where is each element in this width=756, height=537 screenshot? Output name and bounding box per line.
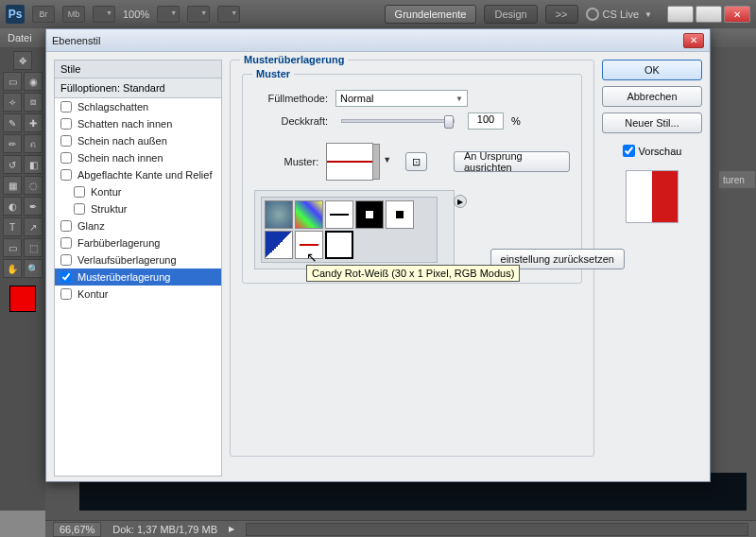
cs-live-button[interactable]: CS Live▼ (586, 8, 652, 21)
style-label: Kontur (77, 288, 108, 300)
view-dropdown-1[interactable] (157, 6, 180, 23)
style-checkbox[interactable] (74, 203, 85, 215)
move-tool[interactable]: ✥ (13, 51, 32, 70)
eraser-tool[interactable]: ◧ (24, 155, 43, 174)
style-item[interactable]: Verlaufsüberlagerung (55, 251, 221, 268)
layer-style-dialog: Ebenenstil ✕ Stile Fülloptionen: Standar… (45, 28, 711, 482)
brush-tool[interactable]: ✏ (3, 134, 22, 153)
minimize-button[interactable]: — (667, 6, 694, 23)
right-panel-tab[interactable]: turen (718, 170, 756, 189)
pattern-thumb[interactable] (355, 200, 384, 229)
close-button[interactable]: ✕ (724, 6, 750, 23)
style-checkbox[interactable] (60, 101, 72, 113)
shape-tool[interactable]: ▭ (3, 238, 22, 257)
style-checkbox[interactable] (60, 220, 72, 232)
status-bar: 66,67% Dok: 1,37 MB/1,79 MB ▶ (45, 520, 756, 537)
marquee-tool[interactable]: ▭ (3, 72, 22, 91)
preview-swatch (626, 170, 679, 223)
opacity-input[interactable]: 100 (468, 113, 504, 130)
status-doc-size[interactable]: Dok: 1,37 MB/1,79 MB (112, 524, 217, 535)
zoom-tool[interactable]: 🔍 (24, 259, 43, 278)
dodge-tool[interactable]: ◐ (3, 197, 22, 216)
style-checkbox[interactable] (60, 254, 72, 266)
style-checkbox[interactable] (60, 271, 72, 283)
style-checkbox[interactable] (60, 118, 72, 130)
styles-column: Stile Fülloptionen: Standard Schlagschat… (54, 60, 222, 474)
opacity-slider[interactable] (341, 119, 455, 123)
style-label: Struktur (91, 203, 128, 215)
pattern-thumb[interactable] (386, 200, 414, 229)
layout-dropdown-1[interactable] (93, 6, 115, 23)
new-style-button[interactable]: Neuer Stil... (602, 113, 702, 133)
style-item[interactable]: Kontur (55, 183, 221, 200)
style-item[interactable]: Musterüberlagerung (55, 268, 221, 286)
hand-tool[interactable]: ✋ (3, 259, 22, 278)
pattern-swatch[interactable]: ▼ (326, 143, 373, 181)
style-item[interactable]: Schein nach innen (55, 149, 221, 166)
style-item[interactable]: Farbüberlagerung (55, 234, 221, 251)
type-tool[interactable]: T (3, 217, 22, 236)
style-item[interactable]: Schlagschatten (55, 98, 221, 115)
style-item[interactable]: Kontur (55, 286, 221, 303)
workspace-tab-design[interactable]: Design (484, 5, 537, 24)
pattern-scrollbar[interactable] (438, 197, 448, 263)
pattern-picker-flyout[interactable]: ▶ (454, 195, 467, 208)
style-label: Schein nach außen (77, 135, 167, 147)
ok-button[interactable]: OK (602, 60, 702, 80)
style-item[interactable]: Abgeflachte Kante und Relief (55, 166, 221, 183)
style-label: Schatten nach innen (77, 118, 172, 130)
style-checkbox[interactable] (60, 288, 72, 300)
maximize-button[interactable]: ☐ (696, 6, 722, 23)
lasso-tool[interactable]: ◉ (24, 72, 43, 91)
style-item[interactable]: Struktur (55, 200, 221, 217)
pattern-thumb[interactable] (325, 200, 353, 229)
workspace-tab-essentials[interactable]: Grundelemente (385, 5, 477, 24)
3d-tool[interactable]: ⬚ (24, 238, 43, 257)
pattern-thumb[interactable] (265, 200, 293, 229)
eyedropper-tool[interactable]: ✎ (3, 113, 22, 132)
bridge-button[interactable]: Br (32, 6, 55, 23)
gradient-tool[interactable]: ▦ (3, 176, 22, 195)
screen-mode-dropdown[interactable] (217, 6, 240, 23)
pattern-thumb-hover[interactable] (325, 231, 353, 259)
cancel-button[interactable]: Abbrechen (602, 86, 702, 107)
new-preset-button[interactable]: ⊡ (405, 152, 427, 171)
wand-tool[interactable]: ✧ (3, 93, 22, 112)
zoom-level[interactable]: 100% (123, 9, 149, 20)
style-checkbox[interactable] (60, 135, 72, 147)
fill-method-select[interactable]: Normal (335, 90, 468, 107)
style-checkbox[interactable] (74, 186, 85, 198)
styles-header[interactable]: Stile (54, 60, 222, 78)
heal-tool[interactable]: ✚ (24, 113, 43, 132)
blur-tool[interactable]: ◌ (24, 176, 43, 195)
settings-panel: Musterüberlagerung Muster Füllmethode: N… (230, 60, 594, 474)
style-checkbox[interactable] (60, 152, 72, 164)
pattern-thumb[interactable] (295, 231, 323, 259)
history-brush-tool[interactable]: ↺ (3, 155, 22, 174)
style-item[interactable]: Schein nach außen (55, 132, 221, 149)
style-item[interactable]: Schatten nach innen (55, 115, 221, 132)
mb-button[interactable]: Mb (62, 6, 85, 23)
snap-origin-button[interactable]: An Ursprung ausrichten (454, 151, 570, 172)
style-checkbox[interactable] (60, 237, 72, 249)
pen-tool[interactable]: ✒ (24, 197, 43, 216)
preview-checkbox[interactable] (623, 145, 635, 157)
menu-file[interactable]: Datei (8, 32, 32, 43)
crop-tool[interactable]: ⧈ (24, 93, 43, 112)
style-item[interactable]: Glanz (55, 217, 221, 234)
color-swatch[interactable] (9, 286, 36, 312)
workspace-more[interactable]: >> (545, 5, 578, 24)
pattern-thumb[interactable] (295, 200, 323, 229)
stamp-tool[interactable]: ⎌ (24, 134, 43, 153)
section-title: Musterüberlagerung (240, 54, 348, 65)
view-dropdown-2[interactable] (187, 6, 210, 23)
horizontal-scrollbar[interactable] (246, 523, 748, 536)
pattern-thumb[interactable] (265, 231, 293, 259)
style-checkbox[interactable] (60, 169, 72, 181)
status-zoom[interactable]: 66,67% (53, 522, 101, 537)
dialog-close-button[interactable]: ✕ (683, 33, 704, 48)
style-label: Farbüberlagerung (77, 237, 160, 249)
dialog-title-bar[interactable]: Ebenenstil ✕ (46, 29, 710, 52)
fill-options-row[interactable]: Fülloptionen: Standard (54, 78, 222, 98)
path-tool[interactable]: ↗ (24, 217, 43, 236)
